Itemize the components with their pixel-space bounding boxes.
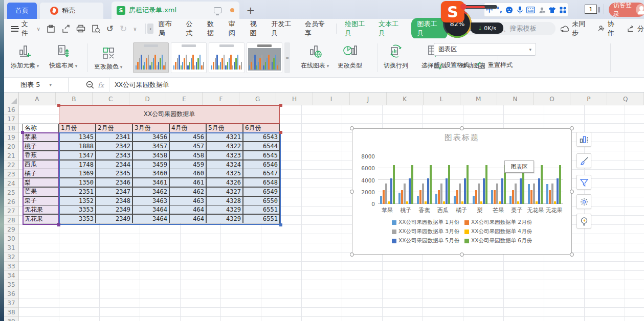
bar[interactable] xyxy=(411,165,413,204)
value-cell[interactable]: 4326 xyxy=(206,178,243,187)
row-header-34[interactable]: 34 xyxy=(4,271,18,280)
bar[interactable] xyxy=(480,201,482,204)
chart-idea-side-button[interactable] xyxy=(576,214,591,228)
bar[interactable] xyxy=(393,165,395,204)
undo-icon[interactable]: ↺ xyxy=(106,24,114,34)
file-menu[interactable]: 文件 ∨ xyxy=(11,19,40,38)
bar[interactable] xyxy=(559,165,561,204)
bar[interactable] xyxy=(380,196,382,204)
column-header-D[interactable]: D xyxy=(129,93,166,105)
user-grey-icon[interactable] xyxy=(539,7,545,13)
gallery-scrollbar[interactable]: ≡ xyxy=(284,42,290,73)
value-cell[interactable]: 458 xyxy=(169,151,206,160)
bar[interactable] xyxy=(530,190,532,204)
chart-settings-side-button[interactable] xyxy=(576,194,591,209)
header-cell-name[interactable]: 名称 xyxy=(23,124,59,133)
value-cell[interactable]: 2348 xyxy=(96,196,132,205)
value-cell[interactable]: 4324 xyxy=(206,160,243,169)
bar[interactable] xyxy=(509,196,512,204)
value-cell[interactable]: 2342 xyxy=(96,142,132,151)
menu-formulas[interactable]: 公式 xyxy=(185,19,199,38)
value-cell[interactable]: 2346 xyxy=(96,178,132,187)
value-cell[interactable]: 457 xyxy=(169,142,206,151)
value-cell[interactable]: 6545 xyxy=(243,151,280,160)
value-cell[interactable]: 460 xyxy=(169,169,206,178)
menu-draw-tools[interactable]: 绘图工具 xyxy=(344,19,370,38)
guest-login-button[interactable]: 访客登录 xyxy=(609,3,644,17)
quick-access-dropdown-icon[interactable]: ∨ xyxy=(133,26,137,32)
value-cell[interactable]: 2345 xyxy=(96,169,132,178)
selection-handle[interactable] xyxy=(21,131,24,134)
row-header-31[interactable]: 31 xyxy=(4,243,18,253)
value-cell[interactable]: 3456 xyxy=(132,132,169,142)
switch-rowcol-button[interactable]: 切换行列 xyxy=(384,43,408,70)
skin-icon[interactable] xyxy=(548,7,556,13)
set-format-button[interactable]: 设置格式 xyxy=(434,61,469,70)
value-cell[interactable]: 1350 xyxy=(59,178,96,187)
bar-group-桃子[interactable] xyxy=(396,156,415,204)
accelerator-overlay[interactable]: 82% S ↓0K/s xyxy=(441,1,507,38)
value-cell[interactable]: 4323 xyxy=(206,151,243,160)
menu-member[interactable]: 会员专享 xyxy=(304,19,330,38)
legend-item[interactable]: XX公司果园数据单 1月份 xyxy=(392,219,459,226)
row-header-38[interactable]: 38 xyxy=(4,308,18,317)
value-cell[interactable]: 456 xyxy=(169,132,206,142)
zoom-out-icon[interactable] xyxy=(86,81,95,89)
value-cell[interactable]: 462 xyxy=(169,187,206,196)
column-header-L[interactable]: L xyxy=(424,93,460,105)
bar[interactable] xyxy=(385,184,387,204)
menu-review[interactable]: 审阅 xyxy=(228,19,242,38)
value-cell[interactable]: 4325 xyxy=(206,169,243,178)
value-cell[interactable]: 2341 xyxy=(96,132,132,142)
selection-handle[interactable] xyxy=(279,104,282,107)
bar[interactable] xyxy=(464,178,466,204)
bar[interactable] xyxy=(551,184,553,204)
value-cell[interactable]: 6549 xyxy=(243,187,280,196)
chart-handle-se[interactable] xyxy=(570,253,574,257)
row-header-29[interactable]: 29 xyxy=(4,225,18,234)
name-cell[interactable]: 西瓜 xyxy=(23,160,59,169)
tab-docer[interactable]: 稻壳 xyxy=(40,3,103,19)
row-header-25[interactable]: 25 xyxy=(4,188,18,197)
value-cell[interactable]: 4327 xyxy=(206,187,243,196)
column-header-J[interactable]: J xyxy=(350,93,387,105)
row-header-16[interactable]: 16 xyxy=(4,105,18,114)
value-cell[interactable]: 463 xyxy=(169,196,206,205)
value-cell[interactable]: 2349 xyxy=(96,205,132,214)
bar[interactable] xyxy=(456,190,458,204)
value-cell[interactable]: 3457 xyxy=(132,142,169,151)
value-cell[interactable]: 3353 xyxy=(59,205,96,214)
overlay-slider[interactable] xyxy=(463,5,497,9)
selection-handle[interactable] xyxy=(57,104,60,107)
name-box[interactable]: 图表 5 ▾ xyxy=(4,78,69,93)
column-header-Q[interactable]: Q xyxy=(607,93,644,105)
name-cell[interactable]: 梨 xyxy=(23,178,59,187)
chart-elements-side-button[interactable] xyxy=(576,132,591,147)
bar[interactable] xyxy=(425,201,427,204)
legend-item[interactable]: XX公司果园数据单 6月份 xyxy=(464,237,532,244)
value-cell[interactable]: 6548 xyxy=(243,178,280,187)
bar[interactable] xyxy=(440,184,442,204)
bar-group-苹果[interactable] xyxy=(378,156,396,204)
header-cell-month[interactable]: 3月份 xyxy=(132,124,169,133)
chart-style-thumb-1[interactable] xyxy=(133,42,169,73)
column-header-M[interactable]: M xyxy=(460,93,497,105)
menu-scroll-left[interactable]: ‹ xyxy=(147,24,153,34)
legend-item[interactable]: XX公司果园数据单 5月份 xyxy=(392,237,459,244)
value-cell[interactable]: 3459 xyxy=(132,160,169,169)
bar[interactable] xyxy=(475,190,477,204)
row-header-35[interactable]: 35 xyxy=(4,280,18,289)
row-header-30[interactable]: 30 xyxy=(4,234,18,243)
bar[interactable] xyxy=(549,190,551,204)
save-icon[interactable] xyxy=(47,25,55,33)
column-header-P[interactable]: P xyxy=(570,93,607,105)
share-button[interactable]: 分 xyxy=(627,24,644,33)
chart-legend[interactable]: XX公司果园数据单 1月份XX公司果园数据单 2月份XX公司果园数据单 3月份X… xyxy=(352,219,571,244)
bar[interactable] xyxy=(499,201,501,204)
selection-handle[interactable] xyxy=(279,223,282,226)
chart-handle-e[interactable] xyxy=(570,190,574,194)
header-cell-month[interactable]: 1月份 xyxy=(59,124,96,133)
chart-title[interactable]: 图表标题 xyxy=(352,133,571,143)
chart-handle-ne[interactable] xyxy=(570,126,574,130)
print-preview-icon[interactable] xyxy=(92,25,100,33)
